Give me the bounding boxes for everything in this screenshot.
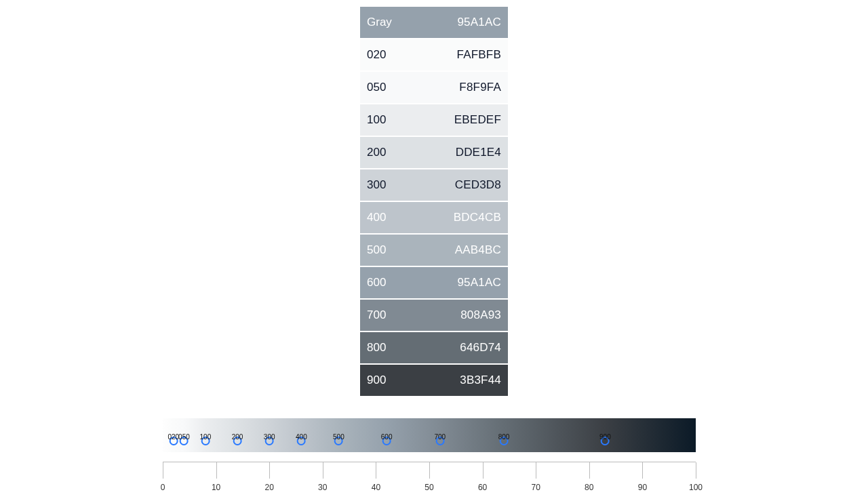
gradient-stop-label: 500 bbox=[333, 433, 344, 441]
ruler-tick bbox=[483, 462, 484, 479]
swatch-hex: 95A1AC bbox=[457, 276, 501, 289]
swatch-label: 100 bbox=[367, 113, 386, 127]
gradient-stop-label: 600 bbox=[381, 433, 393, 441]
swatch-gray[interactable]: Gray95A1AC bbox=[360, 7, 508, 38]
swatch-hex: BDC4CB bbox=[454, 211, 501, 224]
swatch-hex: EBEDEF bbox=[454, 113, 501, 127]
gradient-stop-label: 200 bbox=[232, 433, 243, 441]
ruler-tick-label: 70 bbox=[532, 483, 540, 492]
gradient-bar[interactable]: 020050100200300400500600700800900 bbox=[163, 418, 696, 452]
gradient-stop-100[interactable]: 100 bbox=[200, 424, 212, 445]
swatch-label: 050 bbox=[367, 81, 386, 94]
gradient-stop-label: 700 bbox=[434, 433, 446, 441]
ruler-tick-label: 10 bbox=[212, 483, 220, 492]
gradient-stop-020[interactable]: 020 bbox=[167, 424, 179, 445]
gradient-editor: 020050100200300400500600700800900 010203… bbox=[163, 418, 696, 492]
swatch-label: 300 bbox=[367, 178, 386, 192]
swatch-hex: 3B3F44 bbox=[460, 374, 501, 387]
swatch-500[interactable]: 500AAB4BC bbox=[360, 235, 508, 266]
swatch-hex: 808A93 bbox=[460, 308, 501, 322]
swatch-300[interactable]: 300CED3D8 bbox=[360, 169, 508, 201]
ruler-tick-label: 20 bbox=[265, 483, 274, 492]
gradient-stop-label: 800 bbox=[498, 433, 510, 441]
swatch-label: 020 bbox=[367, 48, 386, 62]
gradient-stop-label: 050 bbox=[178, 433, 190, 441]
swatch-600[interactable]: 60095A1AC bbox=[360, 267, 508, 298]
swatch-label: 500 bbox=[367, 243, 386, 257]
swatch-label: 700 bbox=[367, 308, 386, 322]
gradient-stop-200[interactable]: 200 bbox=[232, 424, 243, 445]
swatch-label: 900 bbox=[367, 374, 386, 387]
swatch-hex: F8F9FA bbox=[459, 81, 501, 94]
ruler-tick bbox=[163, 462, 163, 479]
ruler-tick-label: 80 bbox=[585, 483, 593, 492]
swatch-400[interactable]: 400BDC4CB bbox=[360, 202, 508, 233]
swatch-label: 200 bbox=[367, 146, 386, 159]
gradient-stop-label: 400 bbox=[296, 433, 307, 441]
ruler-tick bbox=[642, 462, 643, 479]
ruler: 0102030405060708090100 bbox=[163, 462, 696, 492]
swatch-900[interactable]: 9003B3F44 bbox=[360, 365, 508, 396]
swatch-hex: DDE1E4 bbox=[456, 146, 501, 159]
ruler-tick-label: 60 bbox=[478, 483, 487, 492]
gradient-stop-500[interactable]: 500 bbox=[333, 424, 344, 445]
swatch-700[interactable]: 700808A93 bbox=[360, 300, 508, 331]
swatch-label: 400 bbox=[367, 211, 386, 224]
swatch-label: 800 bbox=[367, 341, 386, 355]
swatch-100[interactable]: 100EBEDEF bbox=[360, 104, 508, 136]
swatch-020[interactable]: 020FAFBFB bbox=[360, 39, 508, 71]
gradient-stop-label: 020 bbox=[167, 433, 179, 441]
gradient-stop-label: 300 bbox=[264, 433, 275, 441]
ruler-tick-label: 30 bbox=[318, 483, 327, 492]
ruler-tick bbox=[696, 462, 696, 479]
ruler-tick-label: 40 bbox=[372, 483, 380, 492]
ruler-tick-label: 90 bbox=[638, 483, 647, 492]
ruler-tick-label: 50 bbox=[425, 483, 433, 492]
ruler-tick bbox=[536, 462, 536, 479]
ruler-tick bbox=[376, 462, 376, 479]
ruler-tick-label: 100 bbox=[689, 483, 703, 492]
swatch-hex: 646D74 bbox=[460, 341, 501, 355]
gradient-stop-400[interactable]: 400 bbox=[296, 424, 307, 445]
swatch-hex: AAB4BC bbox=[455, 243, 501, 257]
ruler-tick bbox=[429, 462, 430, 479]
ruler-tick-label: 0 bbox=[161, 483, 165, 492]
swatch-hex: 95A1AC bbox=[457, 16, 501, 29]
gradient-stop-050[interactable]: 050 bbox=[178, 424, 190, 445]
ruler-tick bbox=[323, 462, 323, 479]
ruler-tick bbox=[589, 462, 590, 479]
gradient-stop-label: 100 bbox=[200, 433, 212, 441]
gradient-stop-300[interactable]: 300 bbox=[264, 424, 275, 445]
swatch-label: Gray bbox=[367, 16, 392, 29]
swatch-050[interactable]: 050F8F9FA bbox=[360, 72, 508, 103]
swatch-200[interactable]: 200DDE1E4 bbox=[360, 137, 508, 168]
swatch-hex: CED3D8 bbox=[455, 178, 501, 192]
swatch-800[interactable]: 800646D74 bbox=[360, 332, 508, 363]
gradient-stop-900[interactable]: 900 bbox=[599, 424, 611, 445]
gradient-stop-800[interactable]: 800 bbox=[498, 424, 510, 445]
gradient-stop-700[interactable]: 700 bbox=[434, 424, 446, 445]
gradient-stop-label: 900 bbox=[599, 433, 611, 441]
ruler-tick bbox=[269, 462, 270, 479]
ruler-tick bbox=[216, 462, 217, 479]
palette-swatch-list: Gray95A1AC020FAFBFB050F8F9FA100EBEDEF200… bbox=[360, 7, 508, 397]
swatch-hex: FAFBFB bbox=[457, 48, 501, 62]
gradient-stop-600[interactable]: 600 bbox=[381, 424, 393, 445]
swatch-label: 600 bbox=[367, 276, 386, 289]
